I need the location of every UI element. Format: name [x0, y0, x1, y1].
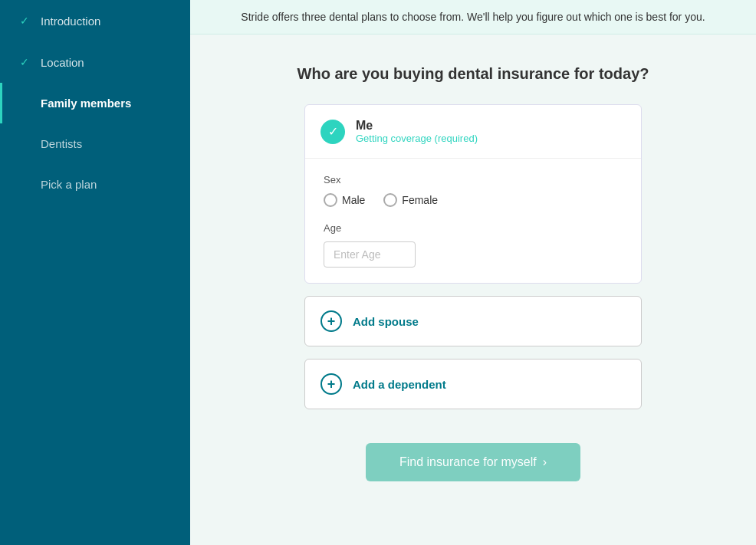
me-card-body: Sex Male Female Age — [305, 159, 641, 283]
me-card-header: ✓ Me Getting coverage (required) — [305, 105, 641, 159]
add-dependent-label: Add a dependent — [353, 378, 446, 391]
me-card: ✓ Me Getting coverage (required) Sex Mal… — [304, 104, 642, 284]
checkmark-icon: ✓ — [328, 124, 338, 139]
radio-male[interactable]: Male — [324, 193, 365, 207]
main-content: Stride offers three dental plans to choo… — [190, 0, 756, 545]
sex-label: Sex — [324, 174, 623, 185]
check-icon-introduction: ✓ — [18, 14, 31, 28]
me-check-circle: ✓ — [320, 120, 345, 144]
page-title: Who are you buying dental insurance for … — [297, 65, 649, 83]
plus-icon-spouse: + — [320, 310, 342, 332]
sex-radio-group: Male Female — [324, 193, 623, 207]
sidebar-label-location: Location — [41, 56, 84, 69]
plus-icon-dependent: + — [320, 373, 342, 395]
top-banner: Stride offers three dental plans to choo… — [190, 0, 756, 34]
sidebar: ✓ Introduction ✓ Location Family members… — [0, 0, 190, 545]
check-icon-location: ✓ — [18, 55, 31, 69]
me-title: Me — [356, 119, 478, 133]
find-insurance-button[interactable]: Find insurance for myself › — [366, 443, 580, 481]
age-input[interactable] — [324, 241, 416, 268]
banner-text: Stride offers three dental plans to choo… — [241, 11, 705, 23]
me-card-title-group: Me Getting coverage (required) — [356, 119, 478, 144]
me-subtitle: Getting coverage (required) — [356, 133, 478, 144]
radio-female[interactable]: Female — [383, 193, 438, 207]
radio-female-label: Female — [402, 194, 438, 206]
find-btn-arrow: › — [543, 455, 547, 469]
add-dependent-button[interactable]: + Add a dependent — [304, 359, 642, 409]
sidebar-item-pick-a-plan[interactable]: Pick a plan — [0, 164, 190, 205]
sidebar-label-family-members: Family members — [41, 97, 131, 110]
sidebar-label-pick-a-plan: Pick a plan — [41, 178, 97, 191]
content-area: Who are you buying dental insurance for … — [190, 34, 756, 545]
sidebar-item-dentists[interactable]: Dentists — [0, 123, 190, 164]
sidebar-label-introduction: Introduction — [41, 15, 100, 28]
radio-circle-male — [324, 193, 337, 207]
sidebar-item-location[interactable]: ✓ Location — [0, 41, 190, 83]
add-spouse-label: Add spouse — [353, 315, 419, 328]
sidebar-label-dentists: Dentists — [41, 137, 82, 150]
sidebar-item-family-members[interactable]: Family members — [0, 83, 190, 123]
age-label: Age — [324, 222, 623, 234]
sidebar-item-introduction[interactable]: ✓ Introduction — [0, 0, 190, 41]
radio-circle-female — [383, 193, 397, 207]
find-btn-label: Find insurance for myself — [399, 455, 537, 469]
radio-male-label: Male — [342, 194, 365, 206]
add-spouse-button[interactable]: + Add spouse — [304, 296, 642, 346]
